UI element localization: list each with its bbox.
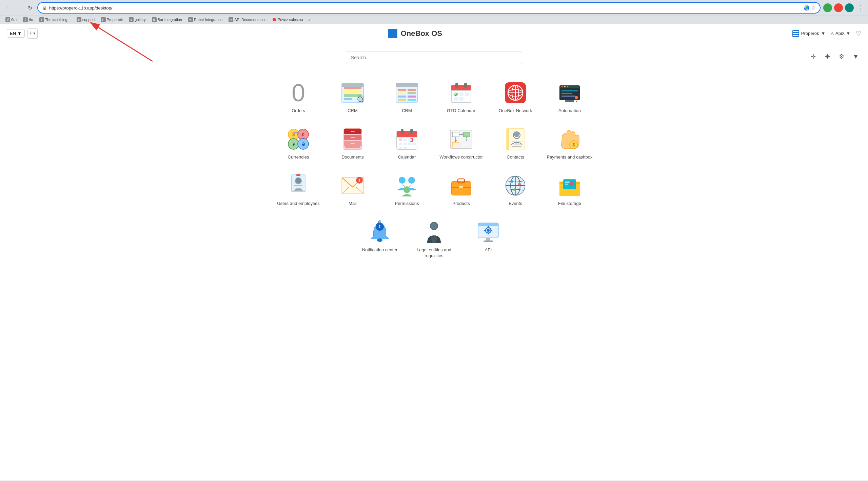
lang-dropdown-icon: ▼ [17, 31, 22, 36]
address-bar-input[interactable] [49, 5, 804, 11]
bookmarks-overflow[interactable]: » [309, 17, 311, 22]
app-item-filestorage[interactable]: File storage [542, 167, 597, 213]
back-button[interactable]: ← [3, 3, 13, 13]
app-item-currencies[interactable]: $ € ¥ ₴ Currencies [271, 121, 326, 167]
svg-rect-126 [459, 186, 463, 188]
app-item-payments[interactable]: $ Payments and cashbox [542, 121, 597, 167]
products-icon [449, 174, 473, 197]
app-item-api[interactable]: API [461, 213, 515, 266]
notifications-bell[interactable]: ♡ [856, 30, 861, 37]
bookmark-label: бот [11, 18, 17, 22]
svg-rect-80 [408, 139, 412, 141]
svg-rect-137 [565, 182, 570, 183]
app-item-workflows[interactable]: Workflows constructor [434, 121, 488, 167]
svg-rect-4 [793, 35, 798, 36]
translate-icon[interactable]: 🌏 [804, 5, 809, 11]
contacts-label: Contacts [507, 154, 524, 160]
properok-button[interactable]: Properok ▼ [792, 30, 826, 37]
app-item-contacts[interactable]: Contacts [488, 121, 542, 167]
svg-point-153 [487, 229, 490, 232]
app-item-events[interactable]: Events [488, 167, 542, 213]
bookmark-favicon: б [23, 17, 28, 22]
properok-icon [792, 30, 799, 37]
bookmark-bar-integration[interactable]: B Bar Integration [150, 17, 184, 23]
search-input[interactable] [346, 51, 522, 64]
app-item-crm2[interactable]: CRM [380, 74, 434, 121]
orders-icon: 0 [287, 81, 310, 105]
mail-label: Mail [349, 201, 357, 207]
browser-nav-buttons: ← → ↻ [3, 3, 35, 13]
svg-rect-20 [398, 96, 406, 98]
move-icon[interactable]: ✥ [822, 51, 833, 62]
app-item-legal[interactable]: Legal entities and requisites [407, 213, 461, 266]
bookmark-red-dot [273, 18, 276, 21]
bookmark-gallery[interactable]: g gallery [127, 17, 147, 23]
plus-icon: + [29, 30, 33, 37]
app-item-users[interactable]: Users and employees [271, 167, 326, 213]
add-button[interactable]: + ▼ [27, 28, 38, 39]
settings-button[interactable]: ⚙ [836, 51, 847, 62]
profile-circle-red[interactable] [834, 3, 843, 12]
apix-button[interactable]: A ApiX ▼ [831, 31, 850, 36]
svg-rect-148 [478, 223, 498, 226]
app-item-calendar[interactable]: Calendar [380, 121, 434, 167]
logo-square [388, 29, 397, 38]
bookmark-robot-integration[interactable]: R Robot Integration [186, 17, 224, 23]
documents-icon [341, 127, 364, 151]
orders-label: Orders [292, 108, 305, 114]
app-item-crm1[interactable]: CRM [326, 74, 380, 121]
svg-rect-19 [408, 92, 416, 94]
app-item-products[interactable]: Products [434, 167, 488, 213]
calendar-icon [395, 127, 419, 151]
bookmark-bo[interactable]: б бо [21, 17, 35, 23]
forward-button[interactable]: → [14, 3, 24, 13]
profile-circle-teal[interactable] [845, 3, 854, 12]
profile-circle-green[interactable] [823, 3, 832, 12]
mail-icon: ! [341, 174, 364, 197]
events-label: Events [509, 201, 522, 207]
bookmark-api-docs[interactable]: A API Documentation [226, 17, 269, 23]
svg-text:$: $ [572, 142, 575, 147]
svg-rect-92 [463, 132, 470, 137]
app-item-permissions[interactable]: Permissions [380, 167, 434, 213]
svg-rect-85 [413, 143, 416, 145]
browser-menu-dots[interactable]: ⋮ [856, 4, 865, 12]
browser-chrome: ← → ↻ 🔒 🌏 ☆ ⋮ б бот б бо T [0, 0, 868, 24]
app-item-mail[interactable]: ! Mail [326, 167, 380, 213]
network-icon [504, 81, 527, 105]
apix-dropdown-icon: ▼ [846, 31, 850, 36]
bookmark-label: Privoz sales.ua [278, 18, 303, 22]
settings-dropdown[interactable]: ▼ [850, 51, 861, 62]
app-item-automation[interactable]: Automation [542, 74, 597, 121]
desktop-controls: ✛ ✥ ⚙ ▼ [808, 51, 861, 62]
bookmark-bot[interactable]: б бот [3, 17, 19, 23]
svg-rect-30 [459, 92, 463, 96]
svg-rect-83 [403, 143, 407, 145]
bookmark-support[interactable]: s support [75, 17, 97, 23]
svg-text:₴: ₴ [302, 142, 305, 147]
app-item-gtd[interactable]: GTD Calendar [434, 74, 488, 121]
notifications-icon: 1 [368, 220, 392, 244]
app-item-orders[interactable]: 0 Orders [271, 74, 326, 121]
bookmark-star-icon[interactable]: ☆ [811, 5, 816, 11]
bookmark-last-thing[interactable]: T The last thing... [37, 17, 73, 23]
app-item-network[interactable]: OneBox Network [488, 74, 542, 121]
add-widget-button[interactable]: ✛ [808, 51, 818, 62]
svg-rect-139 [570, 181, 573, 186]
app-item-documents[interactable]: Documents [326, 121, 380, 167]
svg-rect-108 [294, 185, 302, 186]
svg-rect-155 [488, 233, 489, 234]
app-item-notifications[interactable]: 1 Notification center [353, 213, 407, 266]
svg-point-117 [399, 177, 406, 184]
bookmark-propertek[interactable]: P Propertek [99, 17, 125, 23]
bookmark-label: gallery [135, 18, 145, 22]
language-button[interactable]: EN ▼ [7, 29, 25, 38]
svg-rect-15 [396, 83, 418, 87]
browser-top-bar: ← → ↻ 🔒 🌏 ☆ ⋮ [0, 0, 868, 16]
reload-button[interactable]: ↻ [25, 3, 35, 13]
bookmark-privoz[interactable]: Privoz sales.ua [271, 17, 305, 22]
svg-rect-86 [399, 147, 402, 149]
svg-rect-47 [561, 96, 575, 97]
filestorage-icon [558, 174, 581, 197]
svg-rect-82 [399, 143, 402, 145]
